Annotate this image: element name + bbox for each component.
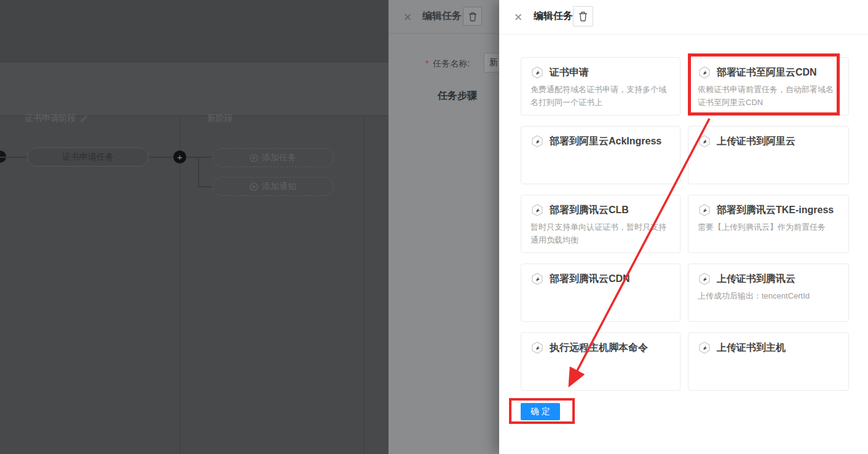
task-card-title: 部署到腾讯云CDN (550, 273, 630, 286)
hexagon-plugin-icon (531, 66, 544, 79)
task-card-header: 执行远程主机脚本命令 (531, 341, 671, 354)
task-card[interactable]: 证书申请 免费通配符域名证书申请，支持多个域名打到同一个证书上 (521, 57, 681, 115)
hexagon-plugin-icon (698, 203, 711, 217)
task-card-description: 上传成功后输出：tencentCertId (698, 290, 839, 303)
pencil-icon[interactable] (80, 115, 88, 123)
stage-title-cert-apply: 证书申请阶段 (25, 113, 88, 124)
task-card-description: 需要【上传到腾讯云】作为前置任务 (698, 221, 839, 234)
task-card-grid: 证书申请 免费通配符域名证书申请，支持多个域名打到同一个证书上 部署证书至阿里云… (521, 57, 849, 391)
drawer-title: 编辑任务 (422, 10, 462, 23)
task-card-header: 证书申请 (531, 66, 671, 79)
stage-title-text: 证书申请阶段 (25, 113, 76, 124)
task-card-title: 上传证书到腾讯云 (717, 273, 795, 286)
hexagon-plugin-icon (531, 135, 544, 148)
task-card[interactable]: 部署到阿里云AckIngress (521, 126, 681, 184)
task-card-title: 证书申请 (550, 66, 589, 79)
task-card-header: 部署到阿里云AckIngress (531, 135, 671, 148)
task-card[interactable]: 部署证书至阿里云CDN 依赖证书申请前置任务，自动部署域名证书至阿里云CDN (688, 57, 849, 115)
connector-line (186, 157, 198, 158)
task-card[interactable]: 执行远程主机脚本命令 (521, 332, 681, 391)
hexagon-plugin-icon (698, 341, 711, 354)
task-card-header: 上传证书到腾讯云 (698, 272, 839, 286)
task-card-header: 部署证书至阿里云CDN (698, 66, 839, 79)
delete-task-button[interactable] (573, 6, 593, 26)
task-name-label-text: 任务名称: (433, 58, 470, 68)
task-card[interactable]: 上传证书到阿里云 (688, 126, 849, 184)
task-card-description: 依赖证书申请前置任务，自动部署域名证书至阿里云CDN (698, 84, 839, 109)
stage-title-text: 新阶段 (207, 113, 233, 124)
task-card-description: 免费通配符域名证书申请，支持多个域名打到同一个证书上 (531, 84, 671, 109)
add-notify-label: 添加通知 (262, 181, 296, 192)
close-icon[interactable]: ✕ (403, 11, 412, 24)
add-task-label: 添加任务 (262, 152, 296, 163)
connector-line (0, 157, 27, 158)
connector-line (149, 157, 174, 158)
task-card[interactable]: 上传证书到主机 (688, 332, 849, 391)
task-card-title: 上传证书到主机 (717, 342, 786, 354)
hexagon-plugin-icon (698, 66, 711, 79)
close-icon[interactable]: ✕ (514, 11, 523, 24)
task-card[interactable]: 部署到腾讯云CLB 暂时只支持单向认证证书，暂时只支持通用负载均衡 (521, 195, 681, 253)
connector-line (198, 157, 199, 187)
task-card[interactable]: 部署到腾讯云CDN (521, 264, 681, 322)
task-card[interactable]: 部署到腾讯云TKE-ingress 需要【上传到腾讯云】作为前置任务 (688, 195, 849, 253)
add-stage-plus-button[interactable]: + (173, 151, 186, 163)
task-card-title: 部署到阿里云AckIngress (550, 135, 661, 148)
task-node-label: 证书申请任务 (62, 152, 114, 163)
task-card-title: 执行远程主机脚本命令 (550, 342, 648, 354)
delete-task-button[interactable] (463, 7, 482, 26)
edit-task-drawer: ✕ 编辑任务 证书申请 免费通配符域名证书申请，支持多个域名打到同一个证书上 部… (499, 0, 868, 454)
hexagon-plugin-icon (531, 203, 544, 217)
drawer-title: 编辑任务 (534, 10, 573, 23)
task-name-label: * 任务名称: (425, 58, 470, 69)
app-screen: 证书申请阶段 新阶段 证书申请任务 + 添加任务 (0, 0, 868, 454)
hexagon-plugin-icon (531, 272, 544, 286)
task-card[interactable]: 上传证书到腾讯云 上传成功后输出：tencentCertId (688, 264, 849, 322)
trash-icon (578, 11, 588, 22)
connector-line (198, 157, 212, 158)
task-card-header: 部署到腾讯云CLB (531, 203, 671, 217)
task-card-header: 上传证书到主机 (698, 341, 839, 354)
hexagon-plugin-icon (698, 272, 711, 286)
stage-title-new: 新阶段 (207, 113, 233, 124)
connector-line (198, 186, 212, 187)
task-card-title: 部署到腾讯云CLB (550, 204, 629, 217)
confirm-button[interactable]: 确 定 (521, 403, 560, 420)
required-mark: * (425, 58, 428, 68)
task-card-title: 上传证书到阿里云 (717, 135, 795, 148)
add-task-button[interactable]: 添加任务 (212, 148, 334, 167)
circle-plus-icon (250, 154, 258, 162)
task-card-header: 部署到腾讯云CDN (531, 272, 671, 286)
task-card-header: 部署到腾讯云TKE-ingress (698, 203, 839, 217)
trash-icon (468, 12, 477, 22)
task-node-cert-apply[interactable]: 证书申请任务 (27, 147, 149, 166)
task-card-title: 部署证书至阿里云CDN (717, 66, 817, 79)
hexagon-plugin-icon (698, 135, 711, 148)
plus-icon: + (177, 152, 183, 162)
add-notify-button[interactable]: 添加通知 (212, 177, 334, 196)
task-steps-heading: 任务步骤 (438, 90, 477, 103)
task-card-header: 上传证书到阿里云 (698, 135, 839, 148)
task-card-title: 部署到腾讯云TKE-ingress (717, 204, 834, 217)
task-card-description: 暂时只支持单向认证证书，暂时只支持通用负载均衡 (531, 221, 671, 247)
stage-column-divider (364, 115, 365, 454)
circle-plus-icon (250, 182, 258, 191)
stage-column-divider (180, 115, 180, 454)
hexagon-plugin-icon (531, 341, 544, 354)
